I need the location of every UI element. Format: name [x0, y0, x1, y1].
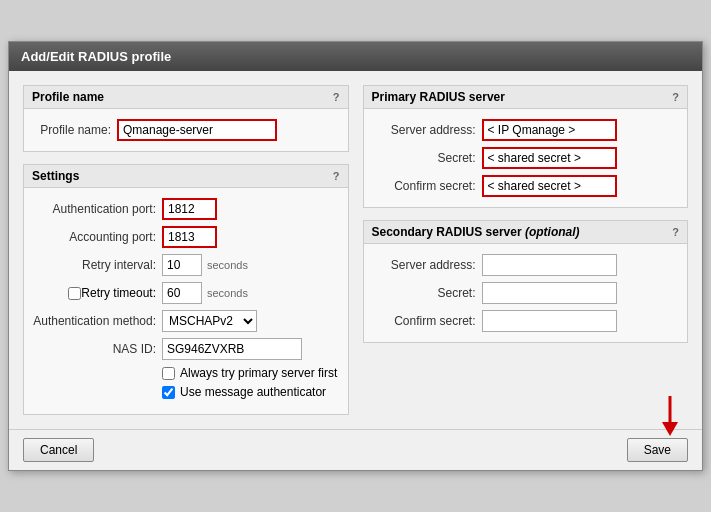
arrow-icon — [654, 394, 686, 438]
secondary-help-icon[interactable]: ? — [672, 226, 679, 238]
secondary-optional: (optional) — [525, 225, 580, 239]
retry-timeout-label: Retry timeout: — [81, 286, 156, 300]
retry-interval-unit: seconds — [207, 259, 248, 271]
profile-section-title: Profile name — [32, 90, 104, 104]
primary-confirm-row: Confirm secret: — [372, 175, 680, 197]
primary-server-input[interactable] — [482, 119, 617, 141]
always-primary-label: Always try primary server first — [180, 366, 337, 380]
retry-timeout-unit: seconds — [207, 287, 248, 299]
settings-section-header: Settings ? — [24, 165, 348, 188]
primary-confirm-label: Confirm secret: — [372, 179, 482, 193]
profile-section-body: Profile name: — [24, 109, 348, 151]
secondary-confirm-label: Confirm secret: — [372, 314, 482, 328]
profile-section-header: Profile name ? — [24, 86, 348, 109]
acct-port-input[interactable] — [162, 226, 217, 248]
secondary-section-header: Secondary RADIUS server (optional) ? — [364, 221, 688, 244]
primary-section-title: Primary RADIUS server — [372, 90, 505, 104]
settings-help-icon[interactable]: ? — [333, 170, 340, 182]
auth-port-label: Authentication port: — [32, 202, 162, 216]
always-primary-row: Always try primary server first — [162, 366, 340, 380]
dialog-footer: Cancel Save — [9, 429, 702, 470]
secondary-confirm-row: Confirm secret: — [372, 310, 680, 332]
save-area: Save — [627, 438, 688, 462]
profile-section: Profile name ? Profile name: — [23, 85, 349, 152]
cancel-button[interactable]: Cancel — [23, 438, 94, 462]
secondary-server-input[interactable] — [482, 254, 617, 276]
settings-section-body: Authentication port: Accounting port: Re… — [24, 188, 348, 414]
dialog: Add/Edit RADIUS profile Profile name ? P… — [8, 41, 703, 471]
acct-port-label: Accounting port: — [32, 230, 162, 244]
secondary-section: Secondary RADIUS server (optional) ? Ser… — [363, 220, 689, 343]
retry-interval-row: Retry interval: seconds — [32, 254, 340, 276]
secondary-section-body: Server address: Secret: Confirm secret: — [364, 244, 688, 342]
use-message-auth-checkbox[interactable] — [162, 386, 175, 399]
profile-name-label: Profile name: — [32, 123, 117, 137]
left-panel: Profile name ? Profile name: Settings ? — [23, 85, 349, 415]
secondary-confirm-input[interactable] — [482, 310, 617, 332]
always-primary-checkbox[interactable] — [162, 367, 175, 380]
primary-secret-row: Secret: — [372, 147, 680, 169]
secondary-secret-input[interactable] — [482, 282, 617, 304]
dialog-body: Profile name ? Profile name: Settings ? — [9, 71, 702, 429]
acct-port-row: Accounting port: — [32, 226, 340, 248]
auth-method-select[interactable]: MSCHAPv2 PAP CHAP MS-CHAPv1 — [162, 310, 257, 332]
use-message-auth-label: Use message authenticator — [180, 385, 326, 399]
primary-section: Primary RADIUS server ? Server address: … — [363, 85, 689, 208]
primary-confirm-input[interactable] — [482, 175, 617, 197]
retry-timeout-checkbox[interactable] — [68, 287, 81, 300]
retry-timeout-row: Retry timeout: seconds — [32, 282, 340, 304]
auth-port-input[interactable] — [162, 198, 217, 220]
primary-server-row: Server address: — [372, 119, 680, 141]
dialog-title: Add/Edit RADIUS profile — [9, 42, 702, 71]
secondary-secret-label: Secret: — [372, 286, 482, 300]
save-button[interactable]: Save — [627, 438, 688, 462]
profile-name-row: Profile name: — [32, 119, 340, 141]
use-message-auth-row: Use message authenticator — [162, 385, 340, 399]
secondary-server-row: Server address: — [372, 254, 680, 276]
auth-port-row: Authentication port: — [32, 198, 340, 220]
nas-id-label: NAS ID: — [32, 342, 162, 356]
primary-help-icon[interactable]: ? — [672, 91, 679, 103]
retry-interval-label: Retry interval: — [32, 258, 162, 272]
secondary-section-title: Secondary RADIUS server (optional) — [372, 225, 580, 239]
retry-interval-input[interactable] — [162, 254, 202, 276]
settings-section: Settings ? Authentication port: Accounti… — [23, 164, 349, 415]
secondary-server-label: Server address: — [372, 258, 482, 272]
profile-name-input[interactable] — [117, 119, 277, 141]
auth-method-row: Authentication method: MSCHAPv2 PAP CHAP… — [32, 310, 340, 332]
retry-timeout-input[interactable] — [162, 282, 202, 304]
primary-section-body: Server address: Secret: Confirm secret: — [364, 109, 688, 207]
settings-section-title: Settings — [32, 169, 79, 183]
nas-id-input[interactable] — [162, 338, 302, 360]
svg-marker-1 — [662, 422, 678, 436]
primary-secret-input[interactable] — [482, 147, 617, 169]
secondary-secret-row: Secret: — [372, 282, 680, 304]
right-panel: Primary RADIUS server ? Server address: … — [363, 85, 689, 415]
nas-id-row: NAS ID: — [32, 338, 340, 360]
primary-secret-label: Secret: — [372, 151, 482, 165]
auth-method-label: Authentication method: — [32, 314, 162, 328]
primary-server-label: Server address: — [372, 123, 482, 137]
profile-help-icon[interactable]: ? — [333, 91, 340, 103]
primary-section-header: Primary RADIUS server ? — [364, 86, 688, 109]
